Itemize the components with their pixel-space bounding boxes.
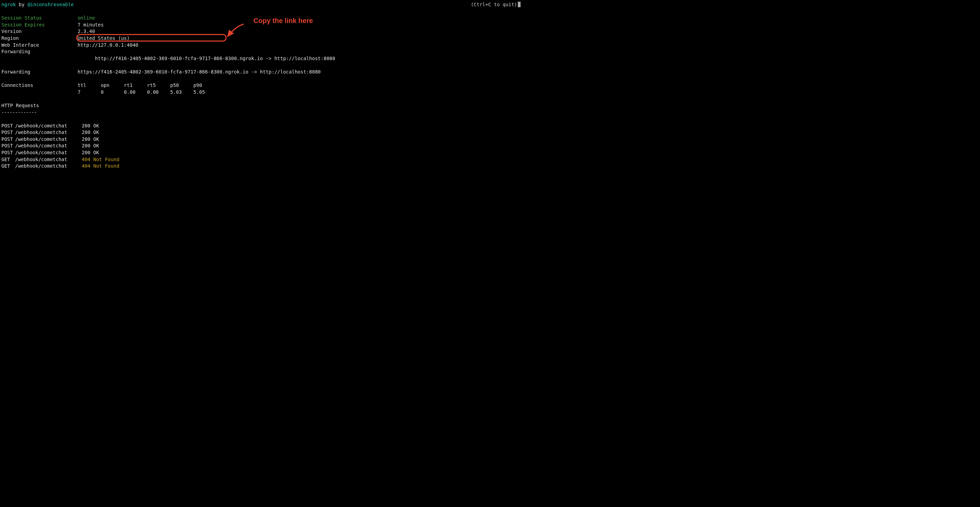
version-value: 2.3.40 <box>78 28 95 35</box>
http-requests-title: HTTP Requests <box>2 102 520 109</box>
session-status-row: Session Status online <box>2 15 520 22</box>
blank-line <box>2 8 520 15</box>
request-method: POST <box>2 143 15 150</box>
request-path: /webhook/cometchat <box>15 129 82 136</box>
request-method: POST <box>2 129 15 136</box>
header-line: ngrok by @inconshreveable (Ctrl+C to qui… <box>2 2 520 8</box>
connections-values-spacer <box>2 89 78 96</box>
author-handle: @inconshreveable <box>27 2 74 7</box>
request-path: /webhook/cometchat <box>15 156 82 163</box>
blank-line <box>2 76 520 83</box>
request-row: POST/webhook/cometchat200 OK <box>2 143 520 150</box>
connections-header: ttl opn rt1 rt5 p50 p90 <box>78 82 202 89</box>
request-path: /webhook/cometchat <box>15 123 82 129</box>
request-method: POST <box>2 136 15 143</box>
forwarding-https-label: Forwarding <box>2 69 78 76</box>
request-path: /webhook/cometchat <box>15 150 82 156</box>
quit-hint-text: (Ctrl+C to quit) <box>471 2 517 7</box>
terminal-window: ngrok by @inconshreveable (Ctrl+C to qui… <box>0 0 522 507</box>
http-requests-divider: ------------- <box>2 109 520 116</box>
session-status-value: online <box>78 15 95 22</box>
session-expires-value: 7 minutes <box>78 22 104 29</box>
blank-line <box>2 116 520 123</box>
request-status: 404 Not Found <box>82 156 119 163</box>
region-label: Region <box>2 35 78 42</box>
request-row: GET/webhook/cometchat404 Not Found <box>2 163 520 170</box>
session-status-label: Session Status <box>2 15 78 22</box>
request-method: POST <box>2 150 15 156</box>
connections-values: 7 0 0.00 0.00 5.03 5.05 <box>78 89 205 96</box>
request-path: /webhook/cometchat <box>15 136 82 143</box>
request-path: /webhook/cometchat <box>15 163 82 170</box>
connections-row: Connections ttl opn rt1 rt5 p50 p90 <box>2 82 520 89</box>
forwarding-http-value[interactable]: http://f416-2405-4802-369-6010-fcfa-9717… <box>78 48 335 69</box>
version-row: Version 2.3.40 <box>2 28 520 35</box>
session-expires-label: Session Expires <box>2 22 78 29</box>
request-status: 200 OK <box>82 123 99 129</box>
request-method: GET <box>2 156 15 163</box>
web-interface-value: http://127.0.0.1:4040 <box>78 42 138 49</box>
request-method: POST <box>2 123 15 129</box>
request-row: POST/webhook/cometchat200 OK <box>2 123 520 129</box>
forwarding-http-target: -> http://localhost:8080 <box>262 56 335 61</box>
version-label: Version <box>2 28 78 35</box>
request-row: POST/webhook/cometchat200 OK <box>2 150 520 156</box>
request-status: 200 OK <box>82 150 99 156</box>
connections-label: Connections <box>2 82 78 89</box>
forwarding-http-label: Forwarding <box>2 48 78 69</box>
forwarding-http-url[interactable]: http://f416-2405-4802-369-6010-fcfa-9717… <box>95 56 263 61</box>
request-status: 200 OK <box>82 136 99 143</box>
by-text: by <box>16 2 27 7</box>
request-row: POST/webhook/cometchat200 OK <box>2 129 520 136</box>
connections-values-row: 7 0 0.00 0.00 5.03 5.05 <box>2 89 520 96</box>
app-title: ngrok by @inconshreveable <box>2 2 74 8</box>
request-method: GET <box>2 163 15 170</box>
request-status: 200 OK <box>82 143 99 150</box>
requests-container: POST/webhook/cometchat200 OKPOST/webhook… <box>2 123 520 170</box>
region-row: Region United States (us) <box>2 35 520 42</box>
session-expires-row: Session Expires 7 minutes <box>2 22 520 29</box>
web-interface-row: Web Interface http://127.0.0.1:4040 <box>2 42 520 49</box>
request-status: 404 Not Found <box>82 163 119 170</box>
cursor-icon <box>518 2 520 7</box>
web-interface-label: Web Interface <box>2 42 78 49</box>
blank-line <box>2 96 520 102</box>
forwarding-https-value[interactable]: https://f416-2405-4802-369-6010-fcfa-971… <box>78 69 321 76</box>
request-path: /webhook/cometchat <box>15 143 82 150</box>
forwarding-https-row: Forwarding https://f416-2405-4802-369-60… <box>2 69 520 76</box>
app-name: ngrok <box>2 2 16 7</box>
request-row: GET/webhook/cometchat404 Not Found <box>2 156 520 163</box>
forwarding-http-row: Forwarding http://f416-2405-4802-369-601… <box>2 48 520 69</box>
request-row: POST/webhook/cometchat200 OK <box>2 136 520 143</box>
request-status: 200 OK <box>82 129 99 136</box>
quit-hint: (Ctrl+C to quit) <box>471 2 520 8</box>
region-value: United States (us) <box>78 35 130 42</box>
